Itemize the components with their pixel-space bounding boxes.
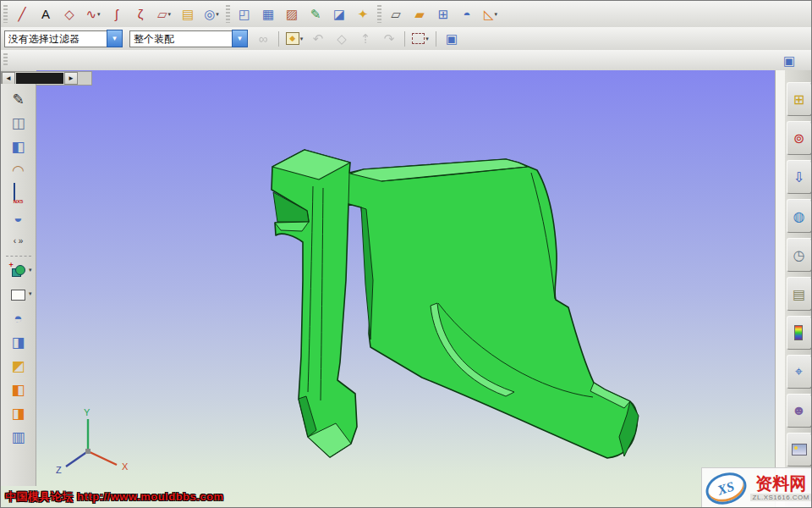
text-icon[interactable]: A	[35, 4, 57, 25]
toolbar-scroll-chevrons[interactable]: ‹ »	[6, 229, 31, 253]
wireframe-view-icon[interactable]: ◫	[6, 111, 31, 135]
through-curves-icon[interactable]: ▨	[281, 4, 303, 25]
analysis-tab[interactable]: ⌖	[787, 355, 812, 389]
toolbar-grip[interactable]	[3, 5, 8, 24]
dropdown-arrow-icon[interactable]: ▾	[300, 36, 304, 41]
web-browser-tab-glyph: ◍	[793, 208, 805, 224]
facet-view-icon[interactable]: ◒	[6, 206, 31, 229]
curve-icon-glyph: ʃ	[115, 8, 118, 20]
hole-feature-icon[interactable]: ◩	[6, 354, 31, 378]
roles-tab[interactable]: ☻	[787, 394, 812, 428]
toolbar-separator	[436, 31, 436, 47]
assembly-navigator-tab-glyph: ⊞	[793, 91, 804, 108]
conic-curve-icon[interactable]: ζ	[129, 4, 151, 25]
xs-logo: XS	[702, 467, 750, 508]
combo-dropdown-arrow[interactable]: ▼	[232, 30, 248, 47]
work-layer-icon[interactable]: ▣	[441, 29, 463, 49]
snap-point-icon[interactable]: ◆▾	[283, 29, 305, 49]
sheet-view-icon[interactable]: ◠	[6, 158, 31, 182]
cylinder-icon[interactable]: ◎▾	[200, 4, 222, 25]
sheet-body-icon[interactable]: ▱	[385, 4, 407, 25]
line-icon[interactable]: ╱	[11, 4, 33, 25]
sheet-view-icon-glyph: ◠	[12, 163, 25, 178]
dropdown-arrow-icon[interactable]: ▾	[168, 11, 172, 17]
scroll-right-button[interactable]: ►	[64, 72, 78, 85]
surface-tools-group: ◰▦▨✎◪✦	[233, 4, 375, 25]
work-layer-icon-glyph: ▣	[446, 32, 458, 45]
dropdown-arrow-icon[interactable]: ▾	[29, 267, 32, 273]
empty-toolbar: ▣	[1, 50, 811, 71]
studio-spline-icon[interactable]: ✎	[304, 4, 326, 25]
mesh-surface-icon[interactable]: ▦	[257, 4, 279, 25]
toolbar-grip[interactable]	[3, 53, 8, 68]
studio-spline-icon-glyph: ✎	[310, 8, 321, 20]
profile-icon[interactable]: ◇	[58, 4, 80, 25]
dome-surface-icon[interactable]: ◓	[456, 4, 478, 25]
sketch-icon-glyph: +	[12, 265, 25, 277]
site-watermark: XS 资料网 ZL.XS1616.COM	[701, 467, 812, 508]
dropdown-arrow-icon[interactable]: ▾	[29, 290, 32, 296]
draft-body-icon[interactable]: ◺▾	[480, 4, 502, 25]
web-browser-tab[interactable]: ◍	[787, 199, 812, 233]
dome-feature-icon[interactable]: ◓	[6, 306, 31, 330]
wireframe-view-icon-glyph: ◫	[11, 116, 25, 130]
offset-surface-icon[interactable]: ⊞	[432, 4, 454, 25]
nx5-render-style-icon[interactable]: NX5	[6, 182, 31, 206]
bookmark-icon[interactable]: ▥	[6, 425, 31, 449]
scrollbar-thumb[interactable]	[16, 73, 63, 84]
draft-body-icon-glyph: ◺	[484, 8, 494, 20]
ruled-surface-icon[interactable]: ◰	[233, 4, 255, 25]
undo-icon[interactable]: ↶	[307, 29, 329, 49]
datum-plane-icon[interactable]: ▱▾	[153, 4, 175, 25]
dropdown-arrow-icon[interactable]: ▾	[216, 11, 219, 17]
unite-icon-glyph: ◧	[11, 383, 25, 397]
sketch-edit-icon[interactable]: ✎	[6, 87, 31, 111]
constraint-navigator-tab[interactable]: ⊚	[787, 121, 812, 155]
sketch-icon[interactable]: +▾	[6, 259, 31, 283]
toolbar-grip[interactable]	[377, 5, 381, 24]
selection-filter-combo[interactable]: 没有选择过滤器 ▼	[4, 30, 123, 47]
shaded-view-icon[interactable]: ◧	[6, 135, 31, 158]
swept-surface-icon[interactable]: ✦	[352, 4, 374, 25]
offset-surface-icon-glyph: ⊞	[438, 8, 449, 20]
wrap-surface-icon[interactable]: ▰	[409, 4, 431, 25]
line-icon-glyph: ╱	[18, 8, 25, 20]
materials-tab[interactable]: ▤	[787, 277, 812, 311]
assembly-scope-combo[interactable]: 整个装配 ▼	[129, 30, 248, 47]
restore-window-icon[interactable]: ▣	[778, 50, 800, 70]
trimmed-sheet-icon-glyph: ◪	[333, 8, 345, 20]
rotate-view-icon[interactable]: ↷	[378, 29, 400, 49]
subtract-icon[interactable]: ◨	[6, 401, 31, 425]
selection-rectangle-icon[interactable]: ▾	[409, 29, 431, 49]
toolbar-grip[interactable]	[226, 5, 230, 24]
scene-tab[interactable]	[787, 433, 812, 467]
graphics-viewport[interactable]	[36, 70, 775, 508]
mesh-surface-icon-glyph: ▦	[262, 8, 274, 20]
site-watermark-title: 资料网	[755, 475, 806, 492]
curve-icon[interactable]: ʃ	[106, 4, 128, 25]
orient-view-icon[interactable]: ◇	[331, 29, 353, 49]
scroll-left-button[interactable]: ◄	[2, 72, 15, 85]
visualization-tab[interactable]	[787, 316, 812, 350]
extrude-icon[interactable]: ◨	[6, 330, 31, 354]
dropdown-arrow-icon[interactable]: ▾	[97, 11, 101, 17]
rectangle-tool-icon[interactable]: ▾	[6, 283, 31, 306]
rectangle-tool-icon-glyph	[11, 290, 25, 301]
selection-rectangle-icon-glyph	[412, 33, 425, 44]
history-tab[interactable]: ◷	[787, 238, 812, 272]
interpart-link-icon[interactable]: ∞	[252, 29, 274, 49]
pocket-icon[interactable]: ▤	[177, 4, 199, 25]
combo-dropdown-arrow[interactable]: ▼	[107, 30, 123, 47]
sketch-edit-icon-glyph: ✎	[12, 92, 24, 107]
assembly-navigator-tab[interactable]: ⊞	[787, 82, 812, 116]
pocket-icon-glyph: ▤	[182, 8, 194, 20]
forum-watermark-text: 中国模具论坛 http://www.mouldbbs.com	[5, 489, 224, 505]
rotate-view-icon-glyph: ↷	[384, 32, 395, 45]
dropdown-arrow-icon[interactable]: ▾	[425, 36, 429, 41]
dropdown-arrow-icon[interactable]: ▾	[495, 11, 498, 17]
zoom-fit-icon[interactable]: ⇡	[354, 29, 376, 49]
spline-icon[interactable]: ∿▾	[82, 4, 104, 25]
unite-icon[interactable]: ◧	[6, 378, 31, 401]
part-navigator-tab[interactable]: ⇩	[787, 160, 812, 194]
trimmed-sheet-icon[interactable]: ◪	[328, 4, 350, 25]
